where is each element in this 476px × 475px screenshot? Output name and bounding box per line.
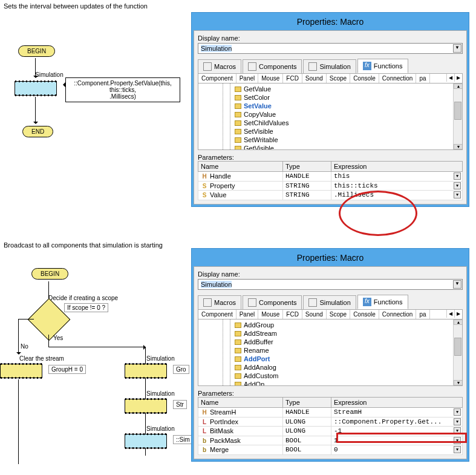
- param-row: SValue STRING .Millisecs▼: [198, 191, 463, 200]
- tab-functions[interactable]: fxFunctions: [357, 59, 408, 73]
- expr-input[interactable]: this::ticks: [334, 182, 419, 189]
- function-tree[interactable]: GetValue SetColor SetValue CopyValue Set…: [198, 84, 463, 150]
- subtab-component[interactable]: Component: [198, 74, 236, 83]
- subtab-sound[interactable]: Sound: [302, 74, 327, 83]
- expr-input[interactable]: -1: [334, 427, 419, 434]
- scroll-left-icon[interactable]: ◀: [446, 74, 454, 82]
- function-tree[interactable]: AddGroup AddStream AddBuffer Rename AddP…: [198, 319, 463, 386]
- dropdown-icon[interactable]: ▼: [453, 44, 461, 53]
- sim-process-highlight[interactable]: [125, 434, 167, 448]
- tab-simulation[interactable]: Simulation: [303, 59, 356, 73]
- subtab-component[interactable]: Component: [198, 310, 236, 319]
- components-icon: [248, 298, 256, 307]
- begin-terminal: BEGIN: [18, 45, 55, 57]
- scroll-right-icon[interactable]: ▶: [454, 310, 462, 318]
- subtab-fcd[interactable]: FCD: [283, 74, 302, 83]
- subtab-connection[interactable]: Connection: [379, 310, 417, 319]
- display-name-select[interactable]: Simulation ▼: [198, 43, 463, 54]
- connector: [48, 335, 49, 347]
- folder-icon: [235, 120, 241, 126]
- col-expression[interactable]: Expression: [331, 398, 463, 408]
- sim-process[interactable]: [15, 81, 57, 96]
- tab-macros[interactable]: Macros: [198, 59, 241, 73]
- tree-item[interactable]: GetVisible: [198, 144, 462, 150]
- param-row: bMerge BOOL 0▼: [198, 445, 463, 455]
- sim-process[interactable]: [125, 399, 167, 413]
- bool-type-icon: b: [201, 437, 208, 444]
- scroll-right-icon[interactable]: ▶: [454, 74, 462, 82]
- scroll-left-icon[interactable]: ◀: [446, 310, 454, 318]
- tab-macros[interactable]: Macros: [198, 295, 241, 309]
- dropdown-icon[interactable]: ▼: [454, 408, 461, 416]
- dropdown-icon[interactable]: ▼: [454, 437, 461, 444]
- decide-label: Decide if creating a scope: [48, 295, 118, 301]
- tree-item[interactable]: AddAnalog: [198, 363, 462, 372]
- dropdown-icon[interactable]: ▼: [454, 182, 461, 189]
- dropdown-icon[interactable]: ▼: [454, 418, 461, 425]
- subtab-pa[interactable]: pa: [416, 310, 429, 319]
- scrollbar[interactable]: [453, 319, 462, 385]
- scrollbar[interactable]: [453, 84, 462, 149]
- col-type[interactable]: Type: [283, 162, 331, 172]
- tree-item[interactable]: CopyValue: [198, 110, 462, 119]
- tree-item-selected[interactable]: SetValue: [198, 102, 462, 110]
- expr-input[interactable]: ::Component.Property.Get...: [334, 418, 442, 425]
- subtab-connection[interactable]: Connection: [379, 74, 417, 83]
- tree-item[interactable]: AddOn: [198, 380, 462, 386]
- subtab-panel[interactable]: Panel: [236, 74, 259, 83]
- expr-input[interactable]: StreamH: [334, 408, 419, 416]
- subtab-panel[interactable]: Panel: [236, 310, 259, 319]
- col-name[interactable]: Name: [198, 162, 283, 172]
- tree-item-selected[interactable]: AddPort: [198, 355, 462, 363]
- yes-label: Yes: [53, 335, 63, 341]
- tab-components[interactable]: Components: [243, 295, 302, 309]
- param-row: HStreamH HANDLE StreamH▼: [198, 408, 463, 418]
- decision-diamond[interactable]: [28, 298, 71, 341]
- tab-simulation[interactable]: Simulation: [303, 295, 356, 309]
- dropdown-icon[interactable]: ▼: [454, 172, 461, 180]
- subtab-mouse[interactable]: Mouse: [258, 74, 283, 83]
- tree-item[interactable]: AddStream: [198, 329, 462, 338]
- tree-item[interactable]: GetValue: [198, 85, 462, 93]
- dropdown-icon[interactable]: ▼: [454, 427, 461, 434]
- subtab-pa[interactable]: pa: [416, 74, 429, 83]
- tree-item[interactable]: Rename: [198, 346, 462, 355]
- tree-item[interactable]: SetWritable: [198, 136, 462, 144]
- subtab-fcd[interactable]: FCD: [283, 310, 302, 319]
- expr-input[interactable]: 0: [334, 446, 419, 453]
- expr-input[interactable]: .Millisecs: [334, 191, 419, 198]
- sim-process[interactable]: [125, 364, 167, 378]
- display-name-select[interactable]: Simulation ▼: [198, 279, 463, 290]
- tree-item[interactable]: SetColor: [198, 93, 462, 102]
- subtab-sound[interactable]: Sound: [302, 310, 327, 319]
- parameters-label: Parameters:: [198, 154, 463, 161]
- parameters-table: Name Type Expression HStreamH HANDLE Str…: [198, 397, 463, 455]
- subtab-scope[interactable]: Scope: [327, 74, 350, 83]
- tab-components[interactable]: Components: [243, 59, 302, 73]
- tab-functions[interactable]: fxFunctions: [357, 295, 408, 309]
- str-box: Str: [173, 400, 187, 409]
- no-label: No: [21, 343, 28, 350]
- dropdown-icon[interactable]: ▼: [454, 191, 461, 198]
- subtab-scope[interactable]: Scope: [327, 310, 350, 319]
- macros-icon: [203, 298, 212, 307]
- col-type[interactable]: Type: [283, 398, 331, 408]
- tree-item[interactable]: AddCustom: [198, 372, 462, 380]
- param-row: SProperty STRING this::ticks▼: [198, 181, 463, 191]
- clear-process[interactable]: [0, 364, 42, 378]
- col-expression[interactable]: Expression: [331, 162, 463, 172]
- tree-item[interactable]: AddBuffer: [198, 338, 462, 346]
- expr-input[interactable]: this: [334, 172, 419, 180]
- col-name[interactable]: Name: [198, 398, 283, 408]
- dropdown-icon[interactable]: ▼: [453, 280, 461, 289]
- tree-item[interactable]: SetVisible: [198, 127, 462, 136]
- subtab-console[interactable]: Console: [350, 310, 379, 319]
- tree-item[interactable]: AddGroup: [198, 321, 462, 329]
- expr-input[interactable]: 1: [334, 437, 419, 444]
- callout-1: ::Component.Property.SetValue(this, this…: [65, 77, 180, 102]
- dropdown-icon[interactable]: ▼: [454, 446, 461, 453]
- subtab-console[interactable]: Console: [350, 74, 379, 83]
- subtab-mouse[interactable]: Mouse: [258, 310, 283, 319]
- tree-item[interactable]: SetChildValues: [198, 119, 462, 127]
- macros-icon: [203, 62, 212, 71]
